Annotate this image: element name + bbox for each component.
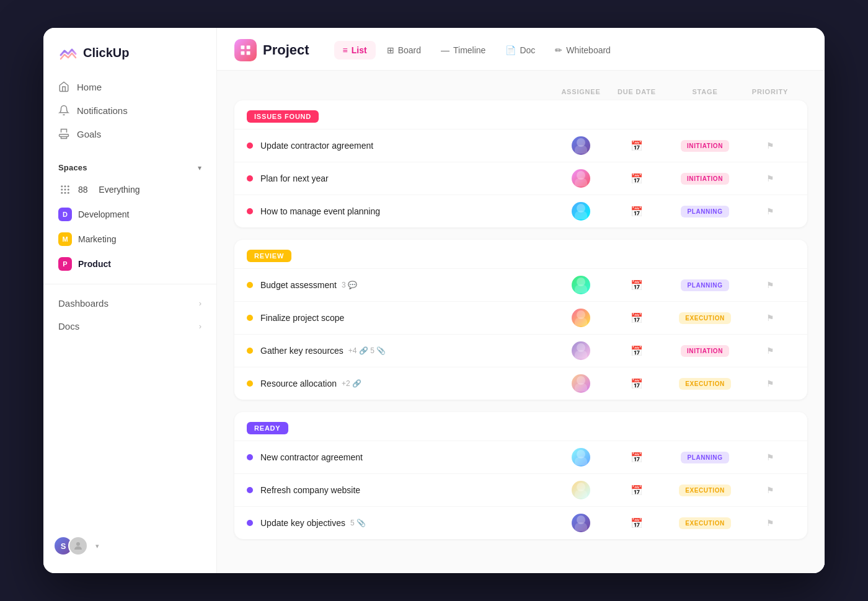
flag-icon: ⚑ [766,173,774,183]
space-everything[interactable]: 88 Everything [51,177,209,202]
svg-point-9 [68,192,69,194]
svg-rect-14 [247,51,250,55]
nav-dashboards[interactable]: Dashboards › [51,292,209,315]
avatar [572,481,590,499]
tab-board[interactable]: ⊞ Board [378,41,430,59]
stage-cell: EXECUTION [665,485,745,496]
table-row[interactable]: Refresh company website 📅 EXECUTION ⚑ [234,473,807,506]
tab-timeline[interactable]: — Timeline [432,41,494,59]
calendar-icon: 📅 [631,517,643,529]
assignee-cell [553,276,609,294]
col-stage-header: STAGE [665,88,745,95]
svg-point-1 [61,185,63,187]
nav-docs[interactable]: Docs › [51,315,209,338]
svg-point-2 [64,185,66,187]
assignee-cell [553,374,609,393]
assignee-cell [553,514,609,532]
svg-point-5 [64,189,66,191]
home-icon [58,81,69,92]
app-name: ClickUp [83,46,129,60]
avatar-stack: S [53,536,88,556]
nav-notifications[interactable]: Notifications [51,99,209,122]
space-product[interactable]: P Product [51,252,209,276]
flag-icon: ⚑ [766,280,774,290]
space-everything-count: 88 [78,185,92,195]
table-row[interactable]: Resource allocation +2 🔗 📅 EXECUTION ⚑ [234,367,807,400]
list-icon: ≡ [343,45,348,55]
task-dot-yellow [247,315,253,321]
priority-cell: ⚑ [745,141,795,151]
table-row[interactable]: How to manage event planning 📅 PLANNING … [234,195,807,227]
table-row[interactable]: Update key objectives 5 📎 📅 EXECUTION ⚑ [234,506,807,539]
task-dot-yellow [247,348,253,354]
avatar-user [68,536,88,556]
calendar-icon: 📅 [631,485,643,496]
space-development-label: Development [78,209,130,219]
dashboards-chevron-icon: › [199,299,202,308]
task-dot-red [247,175,253,182]
task-name: Budget assessment 3 💬 [260,280,553,290]
topbar: Project ≡ List ⊞ Board — Timeline 📄 Doc [217,28,825,71]
review-section: REVIEW Budget assessment 3 💬 📅 [234,240,807,400]
table-row[interactable]: New contractor agreement 📅 PLANNING ⚑ [234,441,807,473]
spaces-title: Spaces [58,163,87,172]
col-priority-header: PRIORITY [745,88,795,95]
stage-cell: EXECUTION [665,378,745,390]
bell-icon [58,105,69,116]
stage-badge: PLANNING [681,279,728,291]
table-row[interactable]: Update contractor agreement 📅 INITIATION… [234,129,807,162]
stage-cell: EXECUTION [665,312,745,324]
duedate-cell: 📅 [609,173,665,185]
content-area[interactable]: ASSIGNEE DUE DATE STAGE PRIORITY ISSUES … [217,71,825,573]
stage-badge: INITIATION [681,140,729,152]
col-duedate-header: DUE DATE [609,88,665,95]
avatar [572,514,590,532]
bottom-section: Dashboards › Docs › [43,284,216,338]
project-title: Project [263,42,309,58]
nav-goals[interactable]: Goals [51,122,209,146]
tab-board-label: Board [398,45,421,55]
table-row[interactable]: Finalize project scope 📅 EXECUTION ⚑ [234,301,807,334]
task-dot-yellow [247,282,253,288]
space-development[interactable]: D Development [51,202,209,227]
avatar [572,276,590,294]
duedate-cell: 📅 [609,485,665,496]
table-row[interactable]: Budget assessment 3 💬 📅 PLANNING ⚑ [234,268,807,301]
priority-cell: ⚑ [745,313,795,323]
priority-cell: ⚑ [745,452,795,462]
stage-badge: EXECUTION [679,485,731,496]
tab-doc[interactable]: 📄 Doc [497,41,544,59]
flag-icon: ⚑ [766,485,774,495]
svg-point-8 [64,192,66,194]
spaces-header[interactable]: Spaces ▾ [51,158,209,177]
flag-icon: ⚑ [766,313,774,323]
stage-cell: EXECUTION [665,517,745,529]
svg-rect-13 [241,51,245,55]
ready-chip: READY [247,422,288,434]
tab-doc-label: Doc [520,45,535,55]
calendar-icon: 📅 [631,206,643,217]
tab-list[interactable]: ≡ List [334,41,376,59]
calendar-icon: 📅 [631,173,643,185]
task-dot-red [247,208,253,214]
task-name: Update key objectives 5 📎 [260,518,553,528]
user-silhouette-icon [73,540,84,551]
table-row[interactable]: Plan for next year 📅 INITIATION ⚑ [234,162,807,195]
space-marketing[interactable]: M Marketing [51,227,209,252]
issues-header-row: ISSUES FOUND [234,100,807,129]
stage-cell: PLANNING [665,279,745,291]
avatar [572,202,590,221]
main-nav: Home Notifications Goals [43,75,216,146]
flag-icon: ⚑ [766,379,774,388]
nav-home[interactable]: Home [51,75,209,99]
stage-badge: INITIATION [681,345,729,357]
table-row[interactable]: Gather key resources +4 🔗 5 📎 📅 INITIATI… [234,334,807,367]
main-content: Project ≡ List ⊞ Board — Timeline 📄 Doc [217,28,825,573]
task-name: Finalize project scope [260,313,553,323]
tab-whiteboard[interactable]: ✏ Whiteboard [546,41,619,59]
flag-icon: ⚑ [766,206,774,216]
docs-chevron-icon: › [199,322,202,331]
doc-icon: 📄 [505,45,516,55]
task-meta: 3 💬 [342,281,357,289]
timeline-icon: — [441,45,450,55]
